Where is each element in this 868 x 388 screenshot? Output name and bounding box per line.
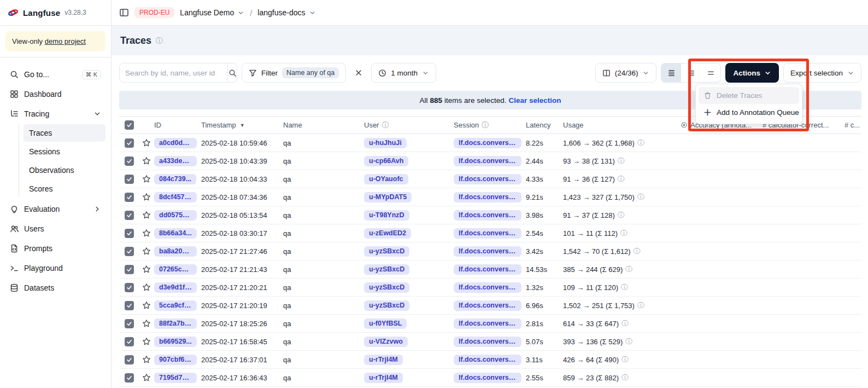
row-checkbox[interactable] [125,337,134,346]
trace-row[interactable]: b669529... 2025-02-17 16:58:45 qa u-VIZz… [119,333,861,351]
row-height-medium-button[interactable] [681,63,701,82]
trace-id-badge[interactable]: 07265c7a... [154,264,197,275]
user-badge[interactable]: u-cp66Avh [364,156,408,166]
row-checkbox[interactable] [125,175,134,184]
session-badge[interactable]: lf.docs.conversation... [454,138,521,148]
star-icon[interactable] [142,247,151,256]
trace-id-badge[interactable]: 907cbf6e... [154,355,197,365]
session-badge[interactable]: lf.docs.conversation... [454,355,521,365]
row-checkbox[interactable] [125,265,134,274]
trace-id-badge[interactable]: b669529... [154,337,197,347]
trace-row[interactable]: ba8a208f... 2025-02-17 21:27:46 qa u-yzS… [119,242,861,260]
search-submit-button[interactable] [227,63,237,82]
row-checkbox[interactable] [125,319,134,328]
user-badge[interactable]: u-OYauofc [364,174,408,184]
star-icon[interactable] [142,265,151,274]
sidebar-item-datasets[interactable]: Datasets [5,279,105,297]
row-checkbox[interactable] [125,157,134,166]
row-checkbox[interactable] [125,283,134,292]
info-icon[interactable]: ⓘ [618,211,625,220]
sidebar-item-goto[interactable]: Go to... ⌘ K [5,65,105,84]
trace-row[interactable]: a433de51... 2025-02-18 10:43:39 qa u-cp6… [119,152,861,170]
trace-row[interactable]: 8dcf4574... 2025-02-18 07:34:36 qa u-MYp… [119,188,861,206]
info-icon[interactable]: ⓘ [637,138,644,148]
header-id[interactable]: ID [154,121,201,129]
header-user[interactable]: Userⓘ [364,121,454,129]
session-badge[interactable]: lf.docs.conversation... [454,210,521,221]
star-icon[interactable] [142,373,151,382]
trace-row[interactable]: a0cd0d9... 2025-02-18 10:59:46 qa u-huJh… [119,134,861,152]
trace-row[interactable]: d3e9d1f2... 2025-02-17 21:20:21 qa u-yzS… [119,279,861,297]
session-badge[interactable]: lf.docs.conversation... [454,264,521,275]
time-range-button[interactable]: 1 month [371,63,436,83]
breadcrumb-org[interactable]: Langfuse Demo [180,8,244,17]
search-input[interactable] [120,63,227,82]
session-badge[interactable]: lf.docs.conversation... [454,192,521,202]
header-latency[interactable]: Latency [526,121,563,129]
user-badge[interactable]: u-T98YnzD [364,210,409,221]
trace-id-badge[interactable]: ba8a208f... [154,246,197,257]
session-badge[interactable]: lf.docs.conversation... [454,174,521,184]
row-checkbox[interactable] [125,138,134,148]
header-last[interactable]: # c... [844,121,861,129]
trace-id-badge[interactable]: 8b66a34... [154,228,197,239]
star-icon[interactable] [142,283,151,292]
header-usage[interactable]: Usage [563,121,681,129]
user-badge[interactable]: u-VIZzvwo [364,337,408,347]
info-icon[interactable]: ⓘ [621,355,629,364]
demo-project-link[interactable]: demo project [45,37,86,45]
star-icon[interactable] [142,211,151,219]
star-icon[interactable] [142,175,151,183]
info-icon[interactable]: ⓘ [637,301,644,310]
row-checkbox[interactable] [125,301,134,310]
trace-id-badge[interactable]: 7195d78e... [154,373,197,383]
sidebar-item-prompts[interactable]: Prompts [5,239,105,258]
sidebar-toggle-icon[interactable] [119,8,129,18]
row-height-tall-button[interactable] [701,63,720,82]
user-badge[interactable]: u-yzSBxcD [364,300,409,311]
sidebar-item-sessions[interactable]: Sessions [24,143,105,160]
user-badge[interactable]: u-huJhuJi [364,138,407,148]
star-icon[interactable] [142,301,151,310]
trace-id-badge[interactable]: 084c739... [154,174,196,184]
trace-id-badge[interactable]: 5cca9cf2... [154,300,197,311]
user-badge[interactable]: u-yzSBxcD [364,282,409,293]
info-icon[interactable]: ⓘ [618,157,625,166]
header-session[interactable]: Sessionⓘ [454,121,526,129]
clear-selection-link[interactable]: Clear selection [508,96,561,105]
star-icon[interactable] [142,355,151,364]
sidebar-item-tracing[interactable]: Tracing [5,105,105,123]
filter-button[interactable]: Filter Name any of qa [242,63,346,83]
sidebar-item-dashboard[interactable]: Dashboard [5,85,105,103]
session-badge[interactable]: lf.docs.conversation... [454,337,521,347]
row-checkbox[interactable] [125,193,134,202]
trace-id-badge[interactable]: a433de51... [154,156,197,166]
breadcrumb-project[interactable]: langfuse-docs [257,8,315,17]
star-icon[interactable] [142,229,151,238]
info-icon[interactable]: ⓘ [625,337,632,346]
clear-filter-button[interactable] [350,63,367,83]
trace-id-badge[interactable]: 8dcf4574... [154,192,197,202]
menu-item-delete-traces[interactable]: Delete Traces [699,87,799,104]
trace-row[interactable]: 7195d78e... 2025-02-17 16:36:43 qa u-rTr… [119,369,861,387]
user-badge[interactable]: u-yzSBxcD [364,246,409,257]
row-checkbox[interactable] [125,229,134,238]
star-icon[interactable] [142,193,151,201]
session-badge[interactable]: lf.docs.conversation... [454,282,521,293]
trace-row[interactable]: 8b66a34... 2025-02-18 03:30:17 qa u-zEwd… [119,224,861,242]
trace-row[interactable]: 5cca9cf2... 2025-02-17 21:20:19 qa u-yzS… [119,297,861,315]
info-icon[interactable]: ⓘ [621,283,628,292]
user-badge[interactable]: u-MYpDAT5 [364,192,412,202]
sidebar-item-observations[interactable]: Observations [24,161,105,179]
sidebar-item-playground[interactable]: Playground [5,259,105,277]
sidebar-item-evaluation[interactable]: Evaluation [5,200,105,218]
session-badge[interactable]: lf.docs.conversation... [454,300,521,311]
user-badge[interactable]: u-yzSBxcD [364,264,409,275]
trace-id-badge[interactable]: a0cd0d9... [154,138,197,148]
row-checkbox[interactable] [125,211,134,220]
trace-row[interactable]: dd05753... 2025-02-18 05:13:54 qa u-T98Y… [119,206,861,224]
info-icon[interactable]: ⓘ [620,229,627,238]
trace-row[interactable]: 907cbf6e... 2025-02-17 16:37:01 qa u-rTr… [119,351,861,369]
export-selection-button[interactable]: Export selection [783,63,861,83]
info-icon[interactable]: ⓘ [625,265,632,274]
